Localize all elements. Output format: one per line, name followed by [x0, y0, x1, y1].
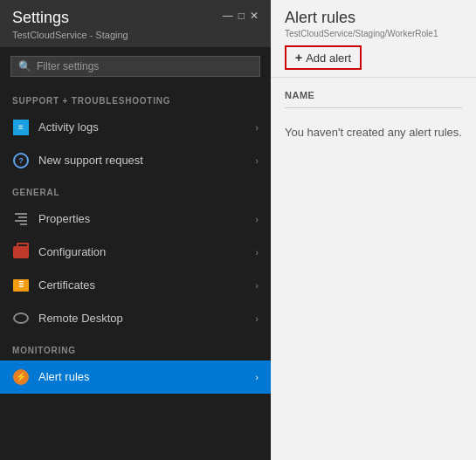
properties-icon	[12, 210, 30, 228]
add-alert-button[interactable]: + Add alert	[285, 45, 362, 70]
sidebar-item-alert-rules[interactable]: ⚡ Alert rules ›	[0, 360, 271, 394]
alert-rules-title: Alert rules	[285, 9, 462, 27]
search-icon: 🔍	[18, 60, 31, 72]
window-controls: — □ ✕	[223, 10, 259, 21]
empty-message: You haven't created any alert rules.	[285, 108, 462, 156]
activity-logs-chevron: ›	[255, 122, 259, 133]
certificates-chevron: ›	[255, 280, 259, 291]
settings-subtitle: TestCloudService - Staging	[12, 30, 128, 40]
section-label-monitoring: MONITORING	[0, 335, 271, 360]
minimize-button[interactable]: —	[223, 10, 233, 21]
support-request-label: New support request	[38, 154, 246, 167]
settings-panel: Settings TestCloudService - Staging — □ …	[0, 0, 271, 460]
maximize-button[interactable]: □	[238, 10, 245, 21]
sidebar-item-configuration[interactable]: Configuration ›	[0, 236, 271, 269]
certificates-icon: ≣	[12, 277, 30, 294]
section-label-general: GENERAL	[0, 177, 271, 203]
sidebar-item-certificates[interactable]: ≣ Certificates ›	[0, 269, 271, 302]
sidebar-item-activity-logs[interactable]: ≡ Activity logs ›	[0, 111, 271, 144]
alert-rules-header: Alert rules TestCloudService/Staging/Wor…	[271, 0, 476, 78]
alert-rules-icon: ⚡	[12, 368, 30, 386]
remote-desktop-label: Remote Desktop	[38, 312, 246, 325]
filter-settings-input[interactable]	[37, 60, 252, 72]
alert-rules-chevron: ›	[255, 372, 259, 382]
activity-logs-icon: ≡	[12, 119, 30, 136]
sidebar-item-remote-desktop[interactable]: Remote Desktop ›	[0, 302, 271, 335]
plus-icon: +	[295, 51, 302, 65]
settings-header: Settings TestCloudService - Staging — □ …	[0, 0, 271, 47]
sidebar-item-properties[interactable]: Properties ›	[0, 203, 271, 236]
alert-rules-panel: Alert rules TestCloudService/Staging/Wor…	[271, 0, 476, 460]
alert-rules-table: NAME You haven't created any alert rules…	[271, 78, 476, 460]
certificates-label: Certificates	[38, 278, 246, 292]
settings-title: Settings	[12, 9, 128, 28]
properties-label: Properties	[38, 212, 246, 225]
configuration-icon	[12, 244, 30, 261]
alert-rules-label: Alert rules	[38, 370, 246, 383]
search-area: 🔍	[0, 47, 271, 86]
column-name-header: NAME	[285, 90, 314, 100]
close-button[interactable]: ✕	[250, 10, 259, 21]
support-request-icon: ?	[12, 152, 30, 169]
add-alert-label: Add alert	[306, 51, 351, 65]
section-label-support: SUPPORT + TROUBLESHOOTING	[0, 86, 271, 111]
search-box: 🔍	[10, 56, 260, 77]
sidebar-item-new-support-request[interactable]: ? New support request ›	[0, 144, 271, 177]
remote-desktop-chevron: ›	[255, 313, 259, 324]
table-header: NAME	[285, 78, 462, 108]
remote-desktop-icon	[12, 310, 30, 327]
configuration-chevron: ›	[255, 247, 259, 257]
settings-title-block: Settings TestCloudService - Staging	[12, 9, 128, 40]
activity-logs-label: Activity logs	[38, 120, 246, 134]
alert-rules-path: TestCloudService/Staging/WorkerRole1	[285, 29, 462, 38]
properties-chevron: ›	[255, 214, 259, 224]
support-request-chevron: ›	[255, 155, 259, 166]
nav-content: SUPPORT + TROUBLESHOOTING ≡ Activity log…	[0, 86, 271, 460]
configuration-label: Configuration	[38, 245, 246, 258]
